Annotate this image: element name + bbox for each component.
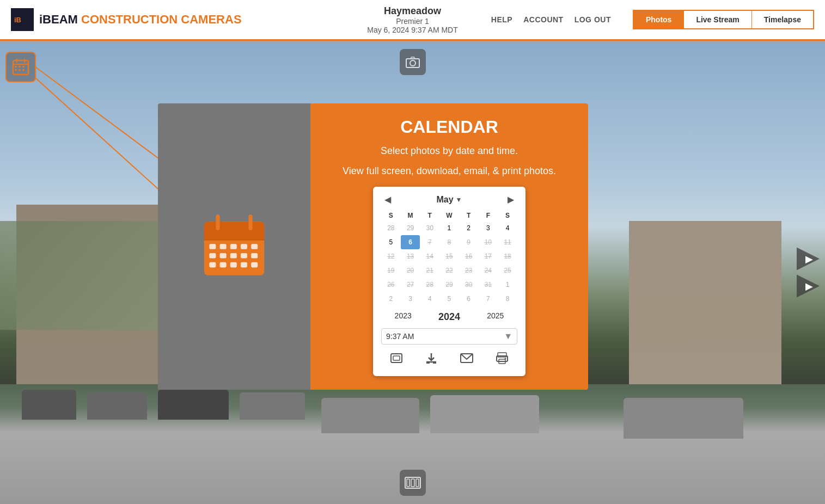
day-header-tue: T (420, 210, 439, 221)
calendar-day[interactable]: 1 (498, 278, 517, 292)
account-link[interactable]: ACCOUNT (523, 15, 564, 24)
calendar-day[interactable]: 19 (381, 263, 401, 278)
email-button[interactable] (456, 350, 478, 370)
calendar-day[interactable]: 9 (459, 235, 479, 249)
calendar-day[interactable]: 6 (459, 292, 479, 306)
calendar-panel: CALENDAR Select photos by date and time.… (158, 103, 588, 390)
calendar-day[interactable]: 8 (439, 235, 459, 249)
calendar-day[interactable]: 7 (479, 292, 498, 306)
calendar-day[interactable]: 20 (401, 263, 420, 278)
calendar-day[interactable]: 13 (401, 249, 420, 263)
next-month-button[interactable]: ▶ (504, 193, 517, 206)
calendar-week-0: 2829301234 (381, 221, 517, 235)
year-2025[interactable]: 2025 (484, 310, 507, 324)
truck-3 (624, 398, 743, 439)
fullscreen-button[interactable] (386, 350, 407, 370)
svg-rect-11 (15, 69, 17, 71)
calendar-day[interactable]: 31 (479, 278, 498, 292)
calendar-day[interactable]: 7 (420, 235, 439, 249)
calendar-widget: ◀ May ▼ ▶ S M T W T (373, 187, 525, 376)
calendar-day[interactable]: 6 (401, 235, 420, 249)
help-link[interactable]: HELP (491, 15, 512, 24)
logo-icon: iB (11, 8, 34, 31)
day-header-sat: S (498, 210, 517, 221)
calendar-day[interactable]: 11 (498, 235, 517, 249)
print-button[interactable] (491, 350, 513, 370)
calendar-day[interactable]: 3 (479, 221, 498, 235)
calendar-day[interactable]: 29 (439, 278, 459, 292)
year-2024[interactable]: 2024 (435, 310, 463, 324)
time-selector[interactable]: 9:37 AM ▼ (381, 328, 517, 345)
screenshot-button[interactable] (400, 49, 426, 75)
svg-rect-30 (241, 253, 247, 259)
calendar-day[interactable]: 10 (479, 235, 498, 249)
nav-links: HELP ACCOUNT LOG OUT (491, 15, 611, 24)
calendar-day[interactable]: 21 (420, 263, 439, 278)
next-arrow-button[interactable]: ▶ (797, 275, 820, 298)
calendar-day[interactable]: 4 (420, 292, 439, 306)
calendar-day[interactable]: 8 (498, 292, 517, 306)
calendar-day[interactable]: 1 (439, 221, 459, 235)
day-header-wed: W (439, 210, 459, 221)
calendar-day[interactable]: 17 (479, 249, 498, 263)
calendar-day[interactable]: 4 (498, 221, 517, 235)
calendar-days-header: S M T W T F S (381, 210, 517, 221)
day-header-thu: T (459, 210, 479, 221)
svg-rect-29 (230, 253, 237, 259)
month-selector[interactable]: May ▼ (436, 195, 462, 205)
next-arrow-icon: ▶ (805, 280, 813, 292)
svg-rect-50 (411, 479, 414, 487)
tab-photos[interactable]: Photos (634, 11, 684, 28)
calendar-day[interactable]: 16 (459, 249, 479, 263)
svg-rect-49 (407, 479, 410, 487)
logo-rest: CONSTRUCTION CAMERAS (78, 13, 242, 26)
tab-timelapse[interactable]: Timelapse (752, 11, 813, 28)
svg-rect-10 (22, 66, 25, 67)
calendar-day[interactable]: 2 (459, 221, 479, 235)
svg-rect-28 (220, 253, 227, 259)
calendar-day[interactable]: 26 (381, 278, 401, 292)
day-header-sun: S (381, 210, 401, 221)
calendar-day[interactable]: 25 (498, 263, 517, 278)
calendar-day[interactable]: 15 (439, 249, 459, 263)
filmstrip-button[interactable] (400, 470, 426, 496)
calendar-day[interactable]: 28 (420, 278, 439, 292)
year-2023[interactable]: 2023 (392, 310, 415, 324)
calendar-toggle-button[interactable] (5, 52, 36, 82)
calendar-day[interactable]: 30 (459, 278, 479, 292)
calendar-day[interactable]: 27 (401, 278, 420, 292)
year-selector: 2023 2024 2025 (381, 310, 517, 324)
calendar-day[interactable]: 5 (439, 292, 459, 306)
tab-livestream[interactable]: Live Stream (684, 11, 751, 28)
prev-month-button[interactable]: ◀ (381, 193, 394, 206)
site-date: May 6, 2024 9:37 AM MDT (367, 26, 458, 34)
truck-2 (430, 395, 539, 433)
site-info: Haymeadow Premier 1 May 6, 2024 9:37 AM … (367, 5, 458, 34)
calendar-panel-right: CALENDAR Select photos by date and time.… (310, 103, 588, 390)
calendar-day[interactable]: 2 (381, 292, 401, 306)
calendar-day[interactable]: 22 (439, 263, 459, 278)
calendar-day[interactable]: 18 (498, 249, 517, 263)
calendar-day[interactable]: 3 (401, 292, 420, 306)
calendar-day[interactable]: 29 (401, 221, 420, 235)
calendar-day[interactable]: 24 (479, 263, 498, 278)
prev-arrow-icon: ▶ (805, 253, 813, 265)
svg-rect-34 (230, 262, 237, 268)
svg-rect-9 (19, 66, 21, 67)
svg-rect-18 (204, 232, 264, 240)
calendar-day[interactable]: 28 (381, 221, 401, 235)
car-4 (240, 392, 305, 420)
calendar-day[interactable]: 14 (420, 249, 439, 263)
logout-link[interactable]: LOG OUT (575, 15, 611, 24)
svg-rect-33 (220, 262, 227, 268)
calendar-day[interactable]: 5 (381, 235, 401, 249)
calendar-actions (381, 350, 517, 370)
day-header-fri: F (479, 210, 498, 221)
download-button[interactable] (421, 350, 442, 370)
svg-rect-35 (241, 262, 247, 268)
calendar-day[interactable]: 30 (420, 221, 439, 235)
prev-arrow-button[interactable]: ▶ (797, 248, 820, 271)
svg-rect-51 (416, 479, 419, 487)
calendar-day[interactable]: 12 (381, 249, 401, 263)
calendar-day[interactable]: 23 (459, 263, 479, 278)
